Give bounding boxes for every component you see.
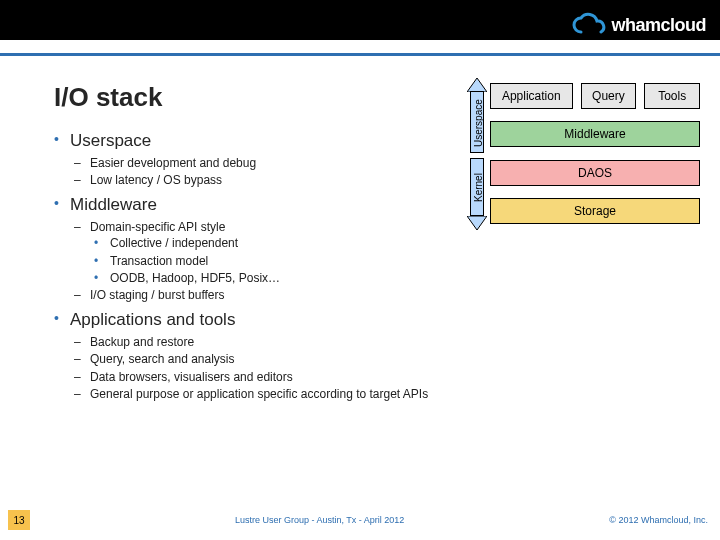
svg-marker-0 (467, 78, 487, 92)
vlabel-kernel: Kernel (471, 159, 485, 217)
vlabel-userspace-box: Userspace (470, 91, 484, 153)
list-item: Query, search and analysis (70, 351, 454, 367)
stack-tools: Tools (644, 83, 700, 109)
list-item: Data browsers, visualisers and editors (70, 369, 454, 385)
list-item: OODB, Hadoop, HDF5, Posix… (90, 270, 454, 286)
list-item: General purpose or application specific … (70, 386, 454, 402)
list-item-label: Domain-specific API style (90, 220, 225, 234)
section-apps-head: Applications and tools (70, 310, 235, 329)
footer-center: Lustre User Group - Austin, Tx - April 2… (30, 515, 609, 525)
list-item: Domain-specific API style Collective / i… (70, 219, 454, 286)
stack-query: Query (581, 83, 637, 109)
blue-separator (0, 53, 720, 56)
list-item: Low latency / OS bypass (70, 172, 454, 188)
list-item: I/O staging / burst buffers (70, 287, 454, 303)
footer: 13 Lustre User Group - Austin, Tx - Apri… (0, 510, 720, 530)
body-text: Userspace Easier development and debug L… (54, 130, 454, 406)
footer-copyright: © 2012 Whamcloud, Inc. (609, 515, 708, 525)
stack-middleware: Middleware (490, 121, 700, 147)
slide: whamcloud I/O stack Userspace Easier dev… (0, 0, 720, 540)
stack-storage: Storage (490, 198, 700, 224)
page-title: I/O stack (54, 82, 162, 113)
page-number: 13 (8, 510, 30, 530)
stack-application: Application (490, 83, 573, 109)
vlabel-userspace: Userspace (471, 92, 485, 154)
brand-text: whamcloud (611, 15, 706, 36)
stack-diagram: Userspace Kernel Application Query Tools… (440, 78, 710, 233)
brand-logo: whamcloud (571, 12, 706, 38)
list-item: Easier development and debug (70, 155, 454, 171)
list-item: Backup and restore (70, 334, 454, 350)
section-middleware-head: Middleware (70, 195, 157, 214)
svg-marker-1 (467, 216, 487, 230)
arrow-up-icon (467, 78, 487, 92)
vlabel-kernel-box: Kernel (470, 158, 484, 216)
list-item: Transaction model (90, 253, 454, 269)
arrow-down-icon (467, 216, 487, 230)
list-item: Collective / independent (90, 235, 454, 251)
section-userspace-head: Userspace (70, 131, 151, 150)
stack-daos: DAOS (490, 160, 700, 186)
cloud-icon (571, 12, 607, 38)
